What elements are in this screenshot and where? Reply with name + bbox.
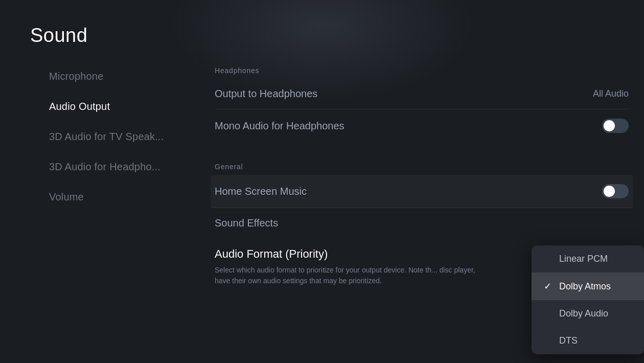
headphones-section-label: Headphones (215, 66, 629, 75)
general-section-label: General (215, 163, 629, 171)
mono-audio-row[interactable]: Mono Audio for Headphones (215, 109, 629, 142)
page-title: Sound (30, 25, 87, 47)
sidebar-item-microphone[interactable]: Microphone (41, 61, 204, 92)
home-screen-music-row[interactable]: Home Screen Music (211, 175, 633, 208)
headphones-section: Headphones Output to Headphones All Audi… (215, 66, 629, 142)
output-to-headphones-row[interactable]: Output to Headphones All Audio (215, 79, 629, 109)
dropdown-item-dolby-atmos[interactable]: ✓ Dolby Atmos (532, 273, 644, 300)
dropdown-label-dts: DTS (559, 335, 578, 346)
dropdown-item-dolby-audio[interactable]: Dolby Audio (532, 300, 644, 327)
sidebar-item-audio-output[interactable]: Audio Output (41, 92, 204, 122)
sound-effects-row[interactable]: Sound Effects (215, 208, 629, 238)
sidebar-item-3d-headphones[interactable]: 3D Audio for Headpho... (41, 152, 204, 182)
dropdown-label-dolby-atmos: Dolby Atmos (559, 281, 611, 292)
audio-format-dropdown: Linear PCM ✓ Dolby Atmos Dolby Audio DTS (532, 245, 644, 354)
sidebar-item-volume[interactable]: Volume (41, 182, 204, 212)
sidebar: Microphone Audio Output 3D Audio for TV … (41, 61, 204, 212)
home-screen-music-toggle[interactable] (602, 184, 629, 198)
dropdown-item-linear-pcm[interactable]: Linear PCM (532, 245, 644, 273)
dropdown-label-linear-pcm: Linear PCM (559, 254, 608, 264)
mono-audio-toggle[interactable] (602, 119, 629, 133)
output-to-headphones-label: Output to Headphones (215, 88, 317, 100)
mono-audio-label: Mono Audio for Headphones (215, 120, 344, 132)
output-to-headphones-value: All Audio (593, 88, 629, 99)
sidebar-item-3d-tv[interactable]: 3D Audio for TV Speak... (41, 122, 204, 152)
sound-effects-label: Sound Effects (215, 217, 278, 229)
dropdown-item-dts[interactable]: DTS (532, 327, 644, 354)
dropdown-label-dolby-audio: Dolby Audio (559, 308, 608, 319)
home-screen-music-label: Home Screen Music (215, 186, 307, 197)
checkmark-dolby-atmos: ✓ (544, 281, 553, 292)
general-section: General Home Screen Music Sound Effects (215, 163, 629, 238)
audio-format-desc: Select which audio format to prioritize … (215, 265, 480, 286)
